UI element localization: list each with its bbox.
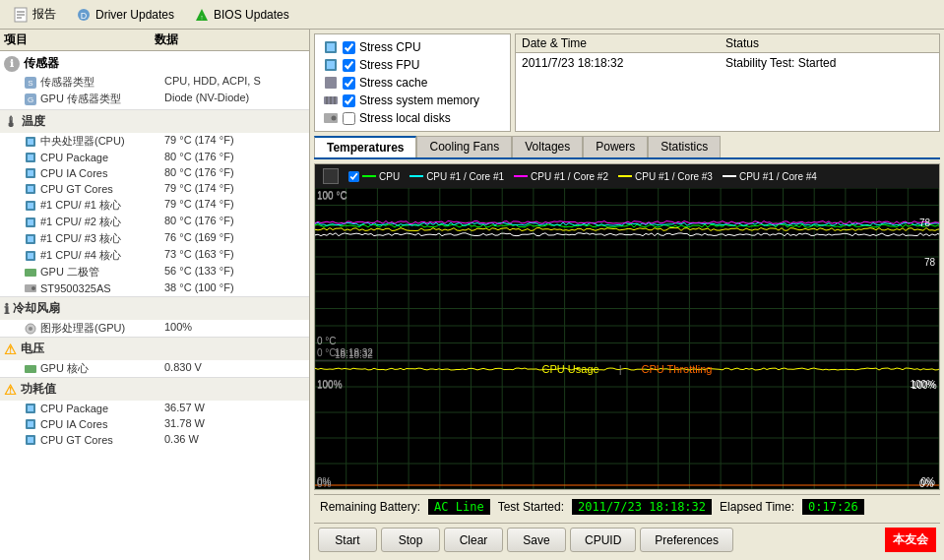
tab-bar: Temperatures Cooling Fans Voltages Power…	[314, 136, 940, 159]
temperature-section-label: 🌡 温度	[0, 109, 309, 133]
list-item[interactable]: GPU 核心 0.830 V	[0, 360, 309, 377]
driver-updates-button[interactable]: D Driver Updates	[67, 2, 183, 28]
list-item[interactable]: S 传感器类型 CPU, HDD, ACPI, S	[0, 74, 309, 91]
cpu-icon: 中央处理器(CPU)	[24, 134, 164, 149]
legend-core3-color	[618, 175, 632, 177]
driver-updates-icon: D	[76, 7, 92, 23]
clear-button[interactable]: Clear	[444, 528, 503, 552]
cpu-gt-cores-icon: CPU GT Cores	[24, 182, 164, 196]
list-item[interactable]: CPU IA Cores 31.78 W	[0, 416, 309, 432]
usage-legend: CPU Usage | CPU Throttling	[315, 363, 939, 375]
watermark: 本友会	[885, 528, 936, 552]
list-item[interactable]: CPU GT Cores 79 °C (174 °F)	[0, 181, 309, 197]
stress-memory-checkbox[interactable]	[343, 94, 355, 107]
stress-area: Stress CPU Stress FPU Stress cache	[314, 33, 940, 132]
gpu-diode-icon: GPU 二极管	[24, 265, 164, 280]
toolbar: 报告 D Driver Updates ↑ BIOS Updates	[0, 0, 944, 30]
svg-rect-35	[28, 405, 33, 411]
list-item[interactable]: CPU Package 80 °C (176 °F)	[0, 150, 309, 165]
report-button[interactable]: 报告	[4, 2, 65, 28]
fan-section-icon: ℹ	[4, 301, 9, 317]
fpu-stress-icon	[323, 57, 339, 73]
stop-button[interactable]: Stop	[381, 528, 440, 552]
sensors-label: 传感器	[24, 55, 59, 72]
list-item[interactable]: CPU GT Cores 0.36 W	[0, 432, 309, 448]
stress-memory-label: Stress system memory	[359, 93, 479, 107]
voltage-warning-icon: ⚠	[4, 342, 17, 357]
tree-section-sensors: ℹ 传感器 S 传感器类型 CPU, HDD, ACPI, S G GPU 传感…	[0, 51, 309, 109]
legend-core4: CPU #1 / Core #4	[723, 171, 817, 182]
voltage-section-label: ⚠ 电压	[0, 337, 309, 360]
temp-canvas	[315, 188, 939, 360]
status-table: Date & Time Status 2011/7/23 18:18:32 St…	[515, 33, 940, 132]
voltage-label: 电压	[21, 341, 44, 357]
disk-stress-icon	[323, 110, 339, 126]
list-item[interactable]: ST9500325AS 38 °C (100 °F)	[0, 280, 309, 296]
list-item[interactable]: G GPU 传感器类型 Diode (NV-Diode)	[0, 91, 309, 107]
elapsed-time-label: Elapsed Time:	[720, 500, 794, 514]
report-label: 报告	[32, 6, 56, 23]
preferences-button[interactable]: Preferences	[640, 528, 733, 552]
status-header-datetime: Date & Time	[516, 34, 720, 53]
svg-point-32	[29, 327, 32, 331]
svg-rect-39	[28, 437, 33, 443]
report-icon	[13, 7, 29, 23]
gpu-core-voltage-icon: GPU 核心	[24, 361, 164, 376]
list-item[interactable]: 图形处理器(GPU) 100%	[0, 320, 309, 337]
list-item[interactable]: CPU Package 36.57 W	[0, 401, 309, 416]
cpu-ia-power-icon: CPU IA Cores	[24, 417, 164, 431]
tab-temperatures[interactable]: Temperatures	[314, 136, 416, 157]
left-panel: 项目 数据 ℹ 传感器 S 传感器类型 CPU, HDD, ACPI, S G …	[0, 30, 310, 560]
power-label: 功耗值	[21, 381, 56, 398]
remaining-battery-value: AC Line	[428, 499, 490, 515]
svg-point-50	[332, 116, 337, 121]
list-item[interactable]: #1 CPU/ #4 核心 73 °C (163 °F)	[0, 247, 309, 264]
legend-cpu-checkbox[interactable]	[348, 171, 359, 182]
usage-chart: CPU Usage | CPU Throttling 100% 0% 100% …	[315, 361, 939, 489]
list-item[interactable]: #1 CPU/ #1 核心 79 °C (174 °F)	[0, 197, 309, 214]
stress-disks-label: Stress local disks	[359, 111, 451, 125]
svg-rect-23	[28, 219, 33, 225]
list-item[interactable]: #1 CPU/ #2 核心 80 °C (176 °F)	[0, 214, 309, 230]
cooling-fan-section-label: ℹ 冷却风扇	[0, 296, 309, 320]
tab-powers[interactable]: Powers	[583, 136, 648, 157]
legend-cpu: CPU	[348, 171, 400, 182]
list-item[interactable]: GPU 二极管 56 °C (133 °F)	[0, 264, 309, 280]
stress-cache-label: Stress cache	[359, 76, 427, 90]
save-button[interactable]: Save	[507, 528, 566, 552]
stress-cache-checkbox[interactable]	[343, 77, 355, 90]
legend-core1: CPU #1 / Core #1	[409, 171, 504, 182]
tab-voltages[interactable]: Voltages	[512, 136, 583, 157]
svg-rect-15	[28, 155, 33, 160]
svg-point-30	[31, 286, 35, 290]
legend-core1-color	[409, 175, 423, 177]
col-item-header: 项目	[4, 31, 155, 48]
stress-fpu-checkbox[interactable]	[343, 59, 355, 72]
status-datetime: 2011/7/23 18:18:32	[516, 53, 720, 74]
cpu-package-power-icon: CPU Package	[24, 402, 164, 415]
charts-area: CPU CPU #1 / Core #1 CPU #1 / Core #2 CP…	[314, 163, 940, 490]
bios-updates-button[interactable]: ↑ BIOS Updates	[185, 2, 298, 28]
status-header-status: Status	[720, 34, 939, 53]
svg-rect-19	[28, 186, 33, 192]
cooling-fan-label: 冷却风扇	[13, 300, 60, 317]
svg-rect-27	[28, 253, 33, 259]
cpu-package-icon: CPU Package	[24, 151, 164, 164]
info-bar: Remaining Battery: AC Line Test Started:…	[314, 494, 940, 519]
temp-chart-legend: CPU CPU #1 / Core #1 CPU #1 / Core #2 CP…	[315, 164, 939, 188]
stress-disks-checkbox[interactable]	[343, 112, 355, 125]
stress-cpu-checkbox[interactable]	[343, 41, 355, 54]
cpu-ia-cores-icon: CPU IA Cores	[24, 166, 164, 180]
tab-statistics[interactable]: Statistics	[648, 136, 721, 157]
power-section-label: ⚠ 功耗值	[0, 377, 309, 401]
list-item[interactable]: CPU IA Cores 80 °C (176 °F)	[0, 165, 309, 181]
sensor-type-icon: S 传感器类型	[24, 75, 164, 90]
list-item[interactable]: 中央处理器(CPU) 79 °C (174 °F)	[0, 133, 309, 150]
tab-cooling-fans[interactable]: Cooling Fans	[416, 136, 512, 157]
temp-y-max: 100 °C	[317, 190, 347, 201]
cpuid-button[interactable]: CPUID	[570, 528, 636, 552]
stress-fpu-option: Stress FPU	[323, 56, 502, 74]
start-button[interactable]: Start	[318, 528, 377, 552]
list-item[interactable]: #1 CPU/ #3 核心 76 °C (169 °F)	[0, 230, 309, 247]
svg-rect-43	[327, 61, 335, 69]
